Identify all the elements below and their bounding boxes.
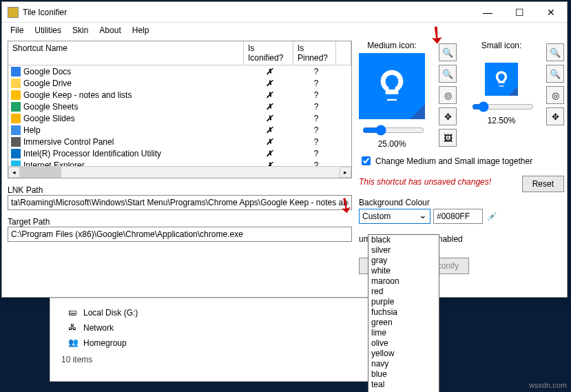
table-row[interactable]: Internet Explorer✗? [8,159,351,166]
iconified-cell: ✗ [244,137,294,147]
app-icon [11,79,21,88]
col-shortcut-name[interactable]: Shortcut Name [8,41,244,65]
pinned-cell: ? [294,137,338,147]
lnk-path-field[interactable] [8,195,352,210]
window-title: Tile Iconifier [23,8,472,17]
horizontal-scrollbar[interactable]: ◂ ▸ [8,166,351,178]
center-button[interactable]: ◎ [439,86,457,104]
move-button[interactable]: ✥ [439,107,457,125]
iconified-cell: ✗ [244,149,294,158]
zoom-in-button[interactable]: 🔍 [439,43,457,61]
bg-colour-dropdown[interactable]: blacksilvergraywhitemaroonredpurplefuchs… [368,234,439,392]
medium-icon-preview[interactable] [359,53,425,119]
network-icon: 🖧 [68,322,79,333]
tree-item-homegroup[interactable]: 👥Homegroup [61,336,415,351]
bg-colour-select[interactable]: Custom [359,209,430,224]
iconified-cell: ✗ [244,114,294,123]
shortcut-grid[interactable]: Shortcut Name Is Iconified? Is Pinned? G… [8,41,352,178]
shortcut-name: Internet Explorer [23,161,85,167]
table-row[interactable]: Google Drive✗? [8,77,351,89]
dropdown-option[interactable]: blue [368,369,439,380]
medium-slider[interactable] [361,123,423,138]
tree-item-disk[interactable]: 🖴Local Disk (G:) [61,305,415,320]
table-row[interactable]: Google Keep - notes and lists✗? [8,89,351,101]
iconified-cell: ✗ [244,90,294,100]
center-button-sm[interactable]: ◎ [546,86,564,104]
app-icon [11,137,21,147]
close-button[interactable]: ✕ [535,2,567,23]
menu-utilities[interactable]: Utilities [30,24,65,37]
menu-skin[interactable]: Skin [68,24,92,37]
status-bar: 10 items [61,355,415,364]
app-icon [11,114,21,123]
menu-file[interactable]: File [6,24,28,37]
scroll-left-arrow[interactable]: ◂ [8,167,20,178]
table-row[interactable]: Google Docs✗? [8,65,351,77]
sync-checkbox[interactable] [362,156,371,165]
small-zoom-pct: 12.50% [488,116,516,125]
table-row[interactable]: Help✗? [8,124,351,136]
iconified-cell: ✗ [244,67,294,76]
medium-zoom-pct: 25.00% [378,139,406,149]
shortcut-name: Immersive Control Panel [23,137,114,147]
dropdown-option[interactable]: white [368,266,439,276]
col-scroll-spacer [336,41,351,65]
menu-help[interactable]: Help [128,24,154,37]
bg-colour-label: Background Colour [359,198,564,207]
app-icon [11,90,21,100]
move-button-sm[interactable]: ✥ [546,107,564,125]
dropdown-option[interactable]: purple [368,297,439,307]
small-icon-preview[interactable] [485,63,518,96]
dropdown-option[interactable]: silver [368,245,439,256]
iconified-cell: ✗ [244,79,294,88]
dropdown-option[interactable]: navy [368,359,439,369]
col-is-pinned[interactable]: Is Pinned? [293,41,336,65]
dropdown-option[interactable]: gray [368,256,439,266]
target-path-label: Target Path [8,217,352,227]
app-icon [11,125,21,135]
dropdown-option[interactable]: yellow [368,349,439,359]
pinned-cell: ? [294,125,338,135]
zoom-out-button[interactable]: 🔍 [439,65,457,83]
browse-button[interactable]: 🖼 [439,129,457,147]
col-is-iconified[interactable]: Is Iconified? [244,41,293,65]
scroll-right-arrow[interactable]: ▸ [340,167,351,178]
dropdown-option[interactable]: fuchsia [368,307,439,318]
scroll-track[interactable] [61,167,340,178]
dropdown-option[interactable]: black [368,235,439,245]
small-slider[interactable] [470,100,532,114]
dropdown-option[interactable]: green [368,318,439,328]
dropdown-option[interactable]: lime [368,328,439,338]
homegroup-icon: 👥 [68,338,79,349]
table-row[interactable]: Google Sheets✗? [8,101,351,112]
dropdown-option[interactable]: red [368,287,439,297]
reset-button[interactable]: Reset [522,176,564,192]
overlay-corner-icon [410,104,425,119]
eyedropper-icon[interactable]: 💉 [487,212,497,221]
main-window: Tile Iconifier — ☐ ✕ File Utilities Skin… [1,1,568,298]
scroll-thumb[interactable] [20,167,61,178]
zoom-in-button-sm[interactable]: 🔍 [546,43,564,61]
pinned-cell: ? [294,79,338,88]
table-row[interactable]: Immersive Control Panel✗? [8,136,351,147]
dropdown-option[interactable]: teal [368,380,439,390]
shortcut-name: Google Drive [23,79,72,88]
table-row[interactable]: Google Slides✗? [8,112,351,124]
sync-label: Change Medium and Small image together [375,156,532,166]
tree-item-network[interactable]: 🖧Network [61,320,415,336]
pinned-cell: ? [294,90,338,100]
table-row[interactable]: Intel(R) Processor Identification Utilit… [8,147,351,159]
target-path-field[interactable] [8,227,352,242]
menu-about[interactable]: About [95,24,125,37]
minimize-button[interactable]: — [472,2,503,23]
dropdown-option[interactable]: olive [368,338,439,349]
maximize-button[interactable]: ☐ [503,2,535,23]
bg-hex-field[interactable] [433,209,483,224]
pinned-cell: ? [294,67,338,76]
shortcut-name: Google Keep - notes and lists [23,90,132,100]
shortcut-name: Intel(R) Processor Identification Utilit… [23,149,161,158]
zoom-out-button-sm[interactable]: 🔍 [546,65,564,83]
dropdown-option[interactable]: maroon [368,276,439,287]
iconified-cell: ✗ [244,161,294,167]
shortcut-name: Google Slides [23,114,75,123]
